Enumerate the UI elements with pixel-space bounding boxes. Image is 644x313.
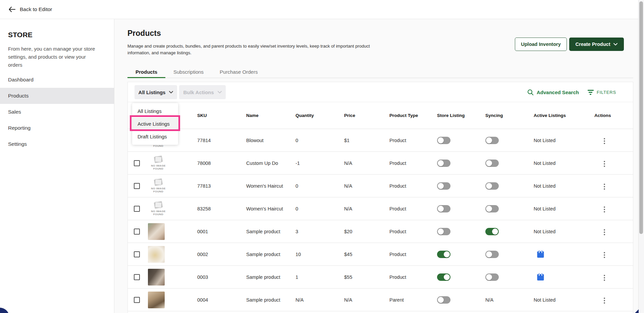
toggle-knob bbox=[438, 183, 444, 189]
row-checkbox[interactable] bbox=[134, 274, 140, 280]
cell-price: $45 bbox=[344, 252, 389, 257]
toggle-off[interactable] bbox=[437, 182, 450, 190]
tab-subscriptions[interactable]: Subscriptions bbox=[165, 66, 212, 78]
column-header-price: Price bbox=[344, 113, 389, 118]
cell-quantity: -1 bbox=[296, 161, 344, 166]
toggle-off[interactable] bbox=[485, 182, 499, 190]
menu-item-active-listings[interactable]: Active Listings bbox=[132, 118, 178, 130]
row-checkbox[interactable] bbox=[134, 183, 140, 189]
vertical-scrollbar[interactable] bbox=[638, 0, 644, 313]
cell-actions bbox=[594, 203, 633, 214]
create-product-button[interactable]: Create Product bbox=[569, 38, 624, 51]
bulk-actions-dropdown[interactable]: Bulk Actions bbox=[179, 85, 226, 99]
column-header-active-listings: Active Listings bbox=[534, 113, 594, 118]
listings-filter-dropdown[interactable]: All Listings bbox=[135, 85, 177, 99]
cell-checkbox bbox=[134, 206, 148, 212]
cell-price: N/A bbox=[344, 183, 389, 189]
toggle-off[interactable] bbox=[485, 205, 499, 212]
cell-product-type: Product bbox=[389, 274, 437, 280]
back-to-editor-link[interactable]: Back to Editor bbox=[9, 0, 52, 19]
sidebar-item-settings[interactable]: Settings bbox=[0, 136, 114, 152]
cell-active-listings: Not Listed bbox=[534, 206, 594, 211]
kebab-menu-icon[interactable] bbox=[602, 228, 606, 237]
column-header-sku: SKU bbox=[197, 113, 246, 118]
toggle-off[interactable] bbox=[485, 273, 499, 281]
toggle-off[interactable] bbox=[437, 137, 450, 144]
tab-products[interactable]: Products bbox=[127, 66, 165, 78]
kebab-menu-icon[interactable] bbox=[602, 296, 606, 305]
table-header-row: SKUNameQuantityPriceProduct TypeStore Li… bbox=[128, 102, 633, 129]
toggle-on[interactable] bbox=[437, 273, 450, 281]
row-checkbox[interactable] bbox=[134, 206, 140, 212]
corner-widget bbox=[635, 309, 639, 313]
sidebar-item-dashboard[interactable]: Dashboard bbox=[0, 72, 114, 88]
cell-actions bbox=[594, 249, 633, 259]
scrollbar-thumb[interactable] bbox=[639, 1, 643, 234]
table-row: 0001Sample product3$20ProductNot Listed bbox=[128, 220, 633, 243]
cell-store-listing bbox=[437, 137, 485, 144]
toggle-on[interactable] bbox=[485, 228, 499, 235]
row-checkbox[interactable] bbox=[134, 160, 140, 166]
kebab-menu-icon[interactable] bbox=[602, 251, 606, 259]
menu-item-draft-listings[interactable]: Draft Listings bbox=[132, 130, 178, 143]
no-image-label: NO IMAGE FOUND bbox=[148, 210, 169, 216]
shopping-bag-icon[interactable] bbox=[536, 254, 545, 259]
cell-sku: 77813 bbox=[197, 183, 246, 189]
cell-product-type: Product bbox=[389, 252, 437, 257]
kebab-menu-icon[interactable] bbox=[602, 205, 606, 214]
toggle-on[interactable] bbox=[437, 251, 450, 258]
row-checkbox[interactable] bbox=[134, 251, 140, 257]
no-image-label: NO IMAGE FOUND bbox=[148, 187, 169, 193]
toggle-off[interactable] bbox=[485, 137, 499, 144]
sidebar-item-reporting[interactable]: Reporting bbox=[0, 120, 114, 136]
toggle-knob bbox=[438, 137, 444, 143]
cell-active-listings: Not Listed bbox=[534, 161, 594, 166]
toggle-off[interactable] bbox=[437, 160, 450, 167]
menu-item-all-listings[interactable]: All Listings bbox=[132, 105, 178, 118]
cell-actions bbox=[594, 181, 633, 191]
cell-actions bbox=[594, 158, 633, 168]
cell-checkbox bbox=[134, 160, 148, 166]
product-thumbnail bbox=[148, 292, 165, 308]
toggle-off[interactable] bbox=[485, 251, 499, 258]
sidebar-title: STORE bbox=[8, 31, 114, 39]
upload-inventory-label: Upload Inventory bbox=[521, 42, 560, 47]
upload-inventory-button[interactable]: Upload Inventory bbox=[515, 38, 567, 51]
kebab-menu-icon[interactable] bbox=[602, 273, 606, 282]
product-thumbnail bbox=[148, 269, 165, 286]
cell-syncing: N/A bbox=[485, 297, 534, 303]
shopping-bag-icon[interactable] bbox=[536, 277, 545, 282]
column-header-actions: Actions bbox=[594, 113, 633, 118]
cell-image: NO IMAGE FOUND bbox=[148, 179, 197, 193]
chevron-down-icon bbox=[613, 43, 618, 46]
cell-image bbox=[148, 269, 197, 286]
cell-sku: 0002 bbox=[197, 252, 246, 257]
cell-store-listing bbox=[437, 228, 485, 235]
cell-product-type: Product bbox=[389, 206, 437, 211]
toggle-off[interactable] bbox=[485, 160, 499, 167]
cell-quantity: 3 bbox=[296, 229, 344, 234]
kebab-menu-icon[interactable] bbox=[602, 160, 606, 168]
toggle-knob bbox=[486, 137, 492, 143]
cell-store-listing bbox=[437, 251, 485, 258]
sidebar-item-products[interactable]: Products bbox=[0, 88, 114, 104]
cell-image bbox=[148, 292, 197, 308]
sidebar-description: From here, you can manage your store set… bbox=[8, 45, 101, 69]
toggle-off[interactable] bbox=[437, 296, 450, 304]
cell-name: Blowout bbox=[246, 138, 296, 143]
advanced-search-button[interactable]: Advanced Search bbox=[527, 89, 579, 96]
sidebar-item-sales[interactable]: Sales bbox=[0, 104, 114, 120]
tab-purchase-orders[interactable]: Purchase Orders bbox=[212, 66, 266, 78]
kebab-menu-icon[interactable] bbox=[602, 137, 606, 145]
row-checkbox[interactable] bbox=[134, 229, 140, 235]
tab-bar: ProductsSubscriptionsPurchase Orders bbox=[127, 66, 633, 78]
cell-checkbox bbox=[134, 274, 148, 280]
cell-name: Sample product bbox=[246, 229, 296, 234]
toggle-off[interactable] bbox=[437, 228, 450, 235]
cell-checkbox bbox=[134, 229, 148, 235]
kebab-menu-icon[interactable] bbox=[602, 182, 606, 191]
row-checkbox[interactable] bbox=[134, 297, 140, 303]
table-body: NO IMAGE FOUND77814Blowout0$1ProductNot … bbox=[128, 129, 633, 313]
filters-button[interactable]: FILTERS bbox=[588, 90, 616, 95]
toggle-off[interactable] bbox=[437, 205, 450, 212]
